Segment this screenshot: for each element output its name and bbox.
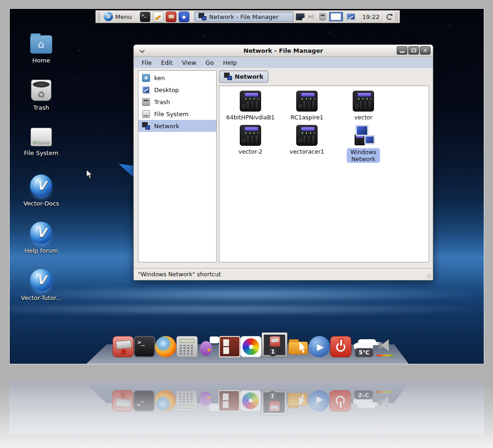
file-label: 64bitHPNivdiaB1 — [225, 113, 277, 121]
sidebar-item-label: Network — [154, 123, 179, 130]
menu-edit[interactable]: Edit — [157, 58, 177, 68]
close-button[interactable]: × — [420, 46, 431, 55]
maximize-icon — [412, 49, 416, 52]
maximize-button[interactable] — [408, 46, 419, 55]
file-manager-folder-icon[interactable] — [287, 336, 309, 357]
panel-separator — [137, 12, 137, 21]
menu-help[interactable]: Help — [219, 58, 241, 68]
resize-grip[interactable] — [427, 274, 431, 279]
path-bar: Network — [219, 70, 268, 83]
sidebar-item-desktop[interactable]: Desktop — [138, 84, 216, 96]
panel-clock[interactable]: 19:22 — [361, 13, 381, 20]
file-label: vectoracer1 — [288, 148, 326, 156]
text-editor-launcher-icon[interactable] — [153, 12, 163, 22]
file-item[interactable]: vector — [335, 91, 392, 121]
window-statusbar: "Windows Network" shortcut — [134, 268, 433, 280]
terminal-icon[interactable]: >_ — [134, 336, 155, 357]
panel-separator — [192, 12, 192, 21]
statusbar-text: "Windows Network" shortcut — [138, 271, 221, 278]
refresh-icon[interactable] — [387, 14, 393, 20]
settings-compass-launcher-icon[interactable]: ◆ — [179, 12, 189, 22]
sidebar-item-label: File System — [154, 111, 188, 118]
dock: >_ 1 ▶ 5°C — [79, 332, 417, 364]
package-license-icon[interactable] — [112, 336, 134, 357]
wallpaper-stars — [10, 9, 10, 9]
desktop-icon-vector-docs[interactable]: V Vector-Docs — [19, 174, 63, 207]
volume-icon[interactable] — [375, 336, 397, 357]
network-icon — [224, 73, 232, 81]
minimize-button[interactable] — [397, 46, 407, 55]
file-icon-view[interactable]: 64bitHPNivdiaB1 RC1aspire1 vector vector… — [219, 86, 429, 262]
sidebar-item-ken[interactable]: ken — [138, 72, 216, 84]
desktop-icon-vector-tutor[interactable]: V Vector-Tutor... — [19, 269, 63, 301]
menu-file[interactable]: File — [137, 58, 156, 68]
path-button-network[interactable]: Network — [219, 70, 268, 83]
file-item[interactable]: vector-2 — [222, 125, 279, 163]
calculator-icon[interactable] — [176, 336, 198, 357]
reflection-fade-overlay — [9, 382, 484, 435]
menu-go[interactable]: Go — [201, 58, 218, 68]
menu-button[interactable]: V Menu — [103, 11, 135, 22]
desktop-icon-file-system[interactable]: File System — [19, 128, 63, 156]
desktop-icon-trash[interactable]: ♻ Trash — [19, 80, 63, 111]
file-item[interactable]: vectoracer1 — [279, 125, 335, 163]
trash-tray-icon[interactable] — [319, 13, 326, 20]
system-tray — [296, 12, 356, 21]
workspace-pager[interactable] — [329, 12, 343, 21]
color-wheel-icon[interactable] — [240, 336, 262, 357]
firefox-icon[interactable] — [155, 336, 176, 357]
file-label: vector-2 — [237, 148, 264, 156]
sidebar-item-network[interactable]: Network — [138, 120, 216, 132]
terminal-launcher-icon[interactable]: >_ — [140, 12, 150, 22]
home-folder-icon: ⌂ — [30, 35, 52, 54]
panel-drag-handle[interactable] — [97, 12, 100, 21]
trash-can-icon — [142, 98, 150, 106]
menu-view[interactable]: View — [178, 58, 200, 68]
window-titlebar[interactable]: Network - File Manager × — [134, 45, 433, 57]
hard-drive-icon — [142, 110, 150, 118]
display-tray-icon[interactable] — [296, 13, 305, 20]
desktop-icon-help-forum[interactable]: V Help forum — [19, 222, 63, 254]
desktop-icon-label: Vector-Docs — [23, 200, 59, 207]
desktop-icon-label: Help forum — [25, 247, 58, 254]
mouse-cursor — [86, 169, 93, 179]
volume-tray-icon[interactable] — [308, 13, 316, 20]
panel-separator — [384, 12, 384, 21]
file-item-selected[interactable]: Windows Network — [335, 125, 392, 163]
sidebar-item-file-system[interactable]: File System — [138, 108, 216, 120]
nas-server-icon — [240, 125, 261, 146]
desktop-icon-home[interactable]: ⌂ Home — [19, 35, 63, 64]
places-sidebar: ken Desktop Trash File System Network — [138, 70, 217, 262]
document-viewer-icon[interactable] — [219, 336, 240, 357]
file-item[interactable]: 64bitHPNivdiaB1 — [222, 91, 279, 121]
desktop-icon-label: Vector-Tutor... — [21, 294, 62, 301]
vectorlinux-logo-icon: V — [104, 12, 113, 21]
sidebar-item-label: ken — [154, 75, 165, 81]
weather-icon[interactable]: 5°C — [351, 336, 375, 357]
window-list-icon[interactable]: 1 — [262, 332, 287, 357]
network-icon — [142, 122, 150, 130]
panel-drag-handle[interactable] — [395, 12, 398, 21]
panel-separator — [358, 12, 358, 21]
sidebar-item-trash[interactable]: Trash — [138, 96, 216, 108]
taskbar-window-label: Network - File Manager — [209, 13, 279, 20]
file-item[interactable]: RC1aspire1 — [279, 91, 335, 121]
taskbar-window-button[interactable]: Network - File Manager — [194, 12, 293, 22]
package-tool-launcher-icon[interactable] — [166, 12, 176, 22]
desktop: V Menu >_ ◆ Network - File Manager 19:22 — [9, 8, 484, 364]
desktop-settings-tray-icon[interactable] — [346, 13, 356, 20]
file-label: vector — [352, 113, 374, 121]
wallpaper-haze — [10, 286, 484, 303]
desktop-icon-label: Home — [32, 57, 50, 64]
desktop-icon-label: File System — [24, 149, 58, 156]
shutdown-icon[interactable] — [330, 336, 351, 357]
page: V Menu >_ ◆ Network - File Manager 19:22 — [0, 0, 493, 448]
file-manager-window: Network - File Manager × File Edit View … — [133, 44, 433, 280]
close-icon: × — [423, 48, 427, 53]
dock-icons: >_ 1 ▶ 5°C — [112, 332, 390, 357]
media-player-icon[interactable]: ▶ — [309, 336, 330, 357]
sidebar-item-label: Trash — [154, 99, 170, 106]
top-panel: V Menu >_ ◆ Network - File Manager 19:22 — [95, 10, 400, 23]
pidgin-icon[interactable] — [198, 336, 219, 357]
nas-server-icon — [353, 91, 374, 112]
